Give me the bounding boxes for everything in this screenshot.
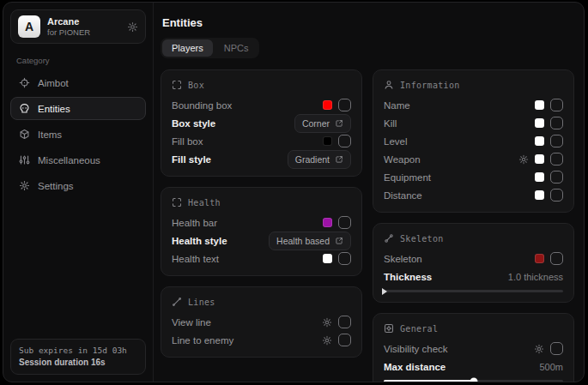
panel-header: Lines bbox=[172, 297, 351, 307]
weapon-checkbox[interactable] bbox=[550, 153, 563, 165]
row-label: Health text bbox=[172, 254, 219, 264]
row-label: Name bbox=[384, 100, 410, 111]
sub-expires-text: Sub expires in 15d 03h bbox=[19, 346, 137, 355]
tab-group: PlayersNPCs bbox=[161, 38, 259, 58]
panel-title: Information bbox=[400, 81, 460, 90]
row-skeleton: Skeleton bbox=[384, 250, 563, 268]
row-view-line: View line bbox=[172, 313, 351, 331]
max-distance-slider[interactable] bbox=[384, 380, 563, 382]
health-style-select[interactable]: Health based bbox=[269, 232, 351, 250]
brackets-icon bbox=[172, 80, 182, 90]
sidebar-item-entities[interactable]: Entities bbox=[10, 97, 146, 120]
sidebar-item-items[interactable]: Items bbox=[10, 123, 146, 146]
panel-health: HealthHealth barHealth styleHealth based… bbox=[161, 187, 362, 276]
row-name: Name bbox=[384, 96, 563, 114]
thickness-slider[interactable] bbox=[384, 290, 563, 292]
row-bounding-box: Bounding box bbox=[172, 96, 351, 114]
panel-header: General bbox=[384, 323, 563, 334]
sidebar-item-miscellaneous[interactable]: Miscellaneous bbox=[10, 148, 146, 171]
row-thickness: Thickness1.0 thickness bbox=[384, 268, 563, 286]
name-checkbox[interactable] bbox=[550, 99, 563, 111]
health-text-color-swatch[interactable] bbox=[323, 254, 332, 263]
row-max-distance: Max distance500m bbox=[384, 358, 563, 376]
person-icon bbox=[384, 80, 394, 90]
row-fill-style: Fill styleGradient bbox=[172, 150, 351, 168]
sidebar-nav: AimbotEntitiesItemsMiscellaneousSettings bbox=[10, 71, 146, 197]
panel-title: Lines bbox=[188, 298, 215, 307]
row-health-style: Health styleHealth based bbox=[172, 232, 351, 250]
tab-npcs[interactable]: NPCs bbox=[215, 39, 258, 57]
box-style-select[interactable]: Corner bbox=[294, 114, 351, 133]
row-controls bbox=[535, 189, 563, 202]
panel-header: Health bbox=[172, 197, 351, 208]
fill-box-checkbox[interactable] bbox=[338, 135, 351, 147]
row-controls bbox=[535, 135, 563, 147]
brand-text: Arcane for PIONER bbox=[47, 16, 90, 38]
equipment-checkbox[interactable] bbox=[550, 171, 563, 183]
bounding-box-color-swatch[interactable] bbox=[323, 100, 332, 110]
subscription-card: Sub expires in 15d 03h Session duration … bbox=[10, 339, 146, 375]
sidebar-item-label: Aimbot bbox=[38, 78, 69, 88]
slider-thumb[interactable] bbox=[382, 288, 387, 295]
kill-color-swatch[interactable] bbox=[535, 118, 544, 128]
panel-general: GeneralVisibility checkMax distance500m bbox=[373, 313, 574, 382]
row-label: Weapon bbox=[384, 154, 421, 165]
fill-style-select[interactable]: Gradient bbox=[288, 150, 351, 169]
row-visibility-check: Visibility check bbox=[384, 340, 563, 358]
equipment-color-swatch[interactable] bbox=[535, 172, 544, 182]
panel-information: InformationNameKillLevelWeaponEquipmentD… bbox=[373, 69, 574, 213]
view-line-checkbox[interactable] bbox=[338, 316, 351, 328]
sidebar: A Arcane for PIONER Category AimbotEntit… bbox=[3, 3, 154, 382]
row-controls bbox=[323, 99, 351, 111]
health-bar-color-swatch[interactable] bbox=[323, 218, 332, 227]
panel-column-left: BoxBounding boxBox styleCornerFill boxFi… bbox=[161, 69, 362, 358]
line-to-enemy-checkbox[interactable] bbox=[338, 334, 351, 346]
row-equipment: Equipment bbox=[384, 168, 563, 186]
weapon-gear-icon bbox=[518, 154, 529, 165]
sidebar-item-settings[interactable]: Settings bbox=[10, 174, 146, 197]
kill-checkbox[interactable] bbox=[550, 117, 563, 129]
skull-icon bbox=[19, 103, 30, 114]
session-duration-text: Session duration 16s bbox=[19, 358, 137, 367]
sidebar-item-aimbot[interactable]: Aimbot bbox=[10, 71, 146, 94]
row-controls: 500m bbox=[539, 362, 563, 372]
skeleton-checkbox[interactable] bbox=[550, 252, 563, 265]
brand-title: Arcane bbox=[47, 16, 90, 27]
brand-gear-icon[interactable] bbox=[127, 21, 138, 33]
expand-icon bbox=[335, 155, 343, 164]
line-to-enemy-gear-icon bbox=[322, 335, 332, 346]
row-kill: Kill bbox=[384, 114, 563, 132]
health-bar-checkbox[interactable] bbox=[338, 216, 351, 229]
sidebar-item-label: Miscellaneous bbox=[38, 155, 100, 165]
thickness-value: 1.0 thickness bbox=[508, 272, 563, 282]
panel-title: Health bbox=[188, 198, 221, 208]
level-color-swatch[interactable] bbox=[535, 136, 544, 146]
fill-box-color-swatch[interactable] bbox=[323, 136, 332, 146]
skeleton-color-swatch[interactable] bbox=[535, 254, 544, 263]
distance-color-swatch[interactable] bbox=[535, 190, 544, 200]
distance-checkbox[interactable] bbox=[550, 189, 563, 202]
health-text-checkbox[interactable] bbox=[338, 252, 351, 265]
row-health-text: Health text bbox=[172, 250, 351, 268]
row-controls: 1.0 thickness bbox=[508, 272, 563, 282]
weapon-color-swatch[interactable] bbox=[535, 154, 544, 164]
row-box-style: Box styleCorner bbox=[172, 114, 351, 132]
view-line-gear-icon bbox=[322, 317, 332, 328]
row-controls bbox=[535, 252, 563, 265]
page-title: Entities bbox=[162, 16, 574, 29]
panel-title: Skeleton bbox=[400, 234, 444, 244]
expand-icon bbox=[335, 119, 343, 128]
row-label: Equipment bbox=[384, 172, 431, 183]
row-line-to-enemy: Line to enemy bbox=[172, 331, 351, 349]
tab-players[interactable]: Players bbox=[162, 39, 213, 57]
row-label: Skeleton bbox=[384, 254, 422, 264]
row-label: Thickness bbox=[384, 272, 432, 282]
panel-skeleton: SkeletonSkeletonThickness1.0 thickness bbox=[373, 223, 574, 303]
slider-thumb[interactable] bbox=[470, 377, 477, 382]
level-checkbox[interactable] bbox=[550, 135, 563, 147]
main-content: Entities PlayersNPCs BoxBounding boxBox … bbox=[154, 3, 584, 382]
name-color-swatch[interactable] bbox=[535, 100, 544, 110]
bounding-box-checkbox[interactable] bbox=[338, 99, 351, 111]
general-icon bbox=[384, 323, 394, 334]
visibility-check-checkbox[interactable] bbox=[550, 342, 563, 355]
